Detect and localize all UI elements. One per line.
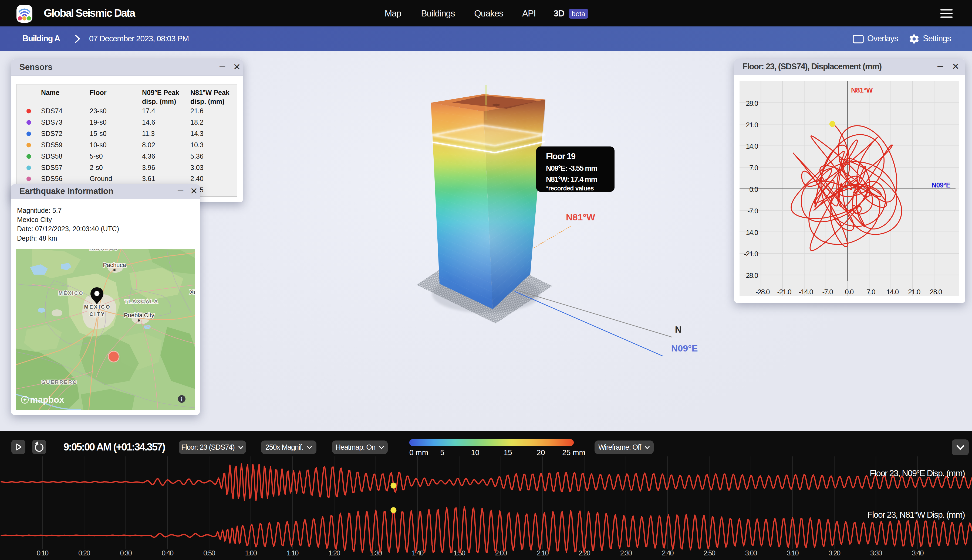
svg-text:-14.0: -14.0 bbox=[744, 228, 758, 237]
svg-text:N09°E: N09°E bbox=[932, 181, 950, 189]
svg-text:-14.0: -14.0 bbox=[799, 288, 813, 296]
svg-text:0:40: 0:40 bbox=[162, 549, 174, 557]
svg-text:28.0: 28.0 bbox=[746, 99, 758, 107]
svg-text:3:10: 3:10 bbox=[787, 549, 799, 557]
svg-text:3:20: 3:20 bbox=[828, 549, 840, 557]
svg-text:7.0: 7.0 bbox=[749, 164, 758, 172]
svg-text:14.0: 14.0 bbox=[887, 288, 899, 296]
svg-text:-7.0: -7.0 bbox=[747, 207, 758, 215]
svg-text:HIDALGO: HIDALGO bbox=[89, 249, 119, 251]
svg-text:N81°W: 17.4 mm: N81°W: 17.4 mm bbox=[546, 175, 597, 183]
svg-text:2:10: 2:10 bbox=[537, 549, 549, 557]
svg-text:*recorded values: *recorded values bbox=[546, 185, 594, 192]
svg-text:N81°W: N81°W bbox=[566, 212, 596, 222]
svg-text:-7.0: -7.0 bbox=[822, 288, 833, 296]
svg-text:14.0: 14.0 bbox=[746, 142, 758, 150]
svg-text:28.0: 28.0 bbox=[930, 288, 942, 296]
svg-text:0.0: 0.0 bbox=[749, 185, 758, 193]
svg-text:-21.0: -21.0 bbox=[744, 250, 758, 258]
svg-text:2:30: 2:30 bbox=[620, 549, 632, 557]
svg-text:2:40: 2:40 bbox=[662, 549, 674, 557]
svg-text:3:40: 3:40 bbox=[912, 549, 923, 557]
svg-text:GUERRERO: GUERRERO bbox=[41, 379, 77, 385]
svg-text:21.0: 21.0 bbox=[908, 288, 920, 296]
svg-text:1:10: 1:10 bbox=[287, 549, 299, 557]
svg-text:N09°E: -3.55 mm: N09°E: -3.55 mm bbox=[546, 164, 597, 172]
svg-text:7.0: 7.0 bbox=[867, 288, 875, 296]
svg-text:Pachuca: Pachuca bbox=[103, 262, 126, 268]
svg-text:Puebla City: Puebla City bbox=[124, 312, 154, 318]
svg-text:0:10: 0:10 bbox=[37, 549, 49, 557]
svg-text:2:50: 2:50 bbox=[703, 549, 715, 557]
svg-text:21.0: 21.0 bbox=[746, 121, 758, 129]
svg-text:3:00: 3:00 bbox=[745, 549, 757, 557]
svg-text:1:20: 1:20 bbox=[328, 549, 340, 557]
svg-text:0:30: 0:30 bbox=[120, 549, 132, 557]
svg-text:3:30: 3:30 bbox=[870, 549, 882, 557]
svg-text:CITY: CITY bbox=[89, 311, 105, 317]
svg-text:-21.0: -21.0 bbox=[777, 288, 791, 296]
svg-text:0.0: 0.0 bbox=[845, 288, 854, 296]
svg-text:MEXICO: MEXICO bbox=[84, 304, 111, 310]
svg-text:N09°E: N09°E bbox=[671, 343, 698, 353]
svg-text:N81°W: N81°W bbox=[851, 86, 873, 94]
svg-text:Floor 19: Floor 19 bbox=[546, 152, 576, 161]
svg-text:1:40: 1:40 bbox=[412, 549, 423, 557]
svg-text:mapbox: mapbox bbox=[30, 395, 64, 405]
svg-text:Xal: Xal bbox=[190, 288, 195, 295]
svg-text:Floor 23, N81°W Disp. (mm): Floor 23, N81°W Disp. (mm) bbox=[867, 510, 965, 520]
svg-text:-28.0: -28.0 bbox=[755, 288, 770, 296]
svg-text:1:00: 1:00 bbox=[245, 549, 257, 557]
svg-text:Floor 23, N09°E Disp. (mm): Floor 23, N09°E Disp. (mm) bbox=[870, 468, 965, 478]
svg-text:TLAXCALA: TLAXCALA bbox=[124, 298, 159, 304]
svg-text:0:50: 0:50 bbox=[203, 549, 215, 557]
svg-text:-28.0: -28.0 bbox=[744, 272, 758, 280]
svg-text:MÉXICO: MÉXICO bbox=[59, 290, 84, 296]
svg-text:0:20: 0:20 bbox=[78, 549, 90, 557]
svg-text:i: i bbox=[181, 397, 182, 402]
svg-text:N: N bbox=[675, 324, 682, 335]
